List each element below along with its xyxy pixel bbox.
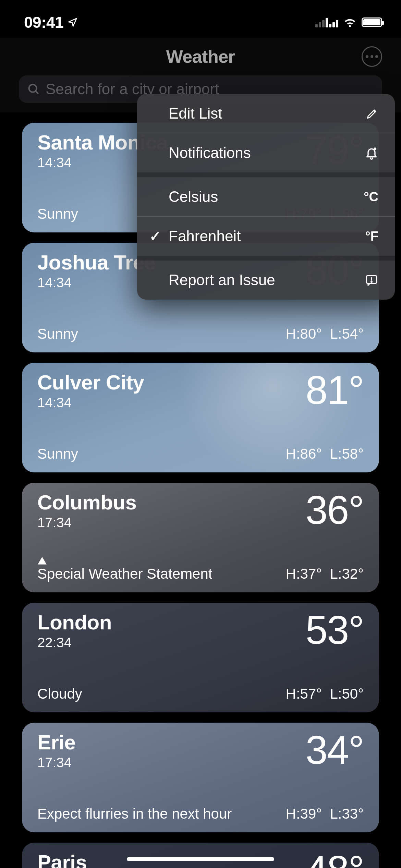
city-name: Paris: [37, 852, 87, 868]
city-name: London: [37, 612, 112, 633]
city-temp: 36°: [306, 492, 364, 528]
search-icon: [27, 83, 40, 96]
card-bottom-row: Cloudy H:57° L:50°: [37, 686, 364, 702]
city-card[interactable]: Paris 23:34 48° Cloudy H:52° L:44°: [22, 843, 379, 868]
svg-point-2: [374, 147, 376, 150]
card-top-row: Erie 17:34 34°: [37, 732, 364, 770]
celsius-symbol: °C: [364, 190, 378, 204]
city-condition: Expect flurries in the next hour: [37, 806, 232, 822]
city-card[interactable]: London 22:34 53° Cloudy H:57° L:50°: [22, 603, 379, 712]
city-condition: Special Weather Statement: [37, 566, 212, 582]
city-high: H:57°: [286, 686, 322, 702]
city-high: H:37°: [286, 566, 322, 582]
city-condition: Sunny: [37, 326, 78, 342]
nav-row: Weather: [0, 38, 401, 75]
ellipsis-icon: [366, 55, 378, 58]
status-left: 09:41: [24, 13, 78, 32]
city-hilo: H:39° L:33°: [286, 806, 364, 822]
city-hilo: H:37° L:32°: [286, 566, 364, 582]
city-low: L:58°: [330, 446, 364, 462]
menu-label: Fahrenheit: [169, 228, 241, 245]
checkmark-icon: ✓: [149, 228, 161, 244]
city-time: 17:34: [37, 515, 136, 530]
city-name: Culver City: [37, 372, 144, 393]
menu-label: Celsius: [169, 188, 218, 205]
pencil-icon: [366, 107, 378, 120]
svg-point-5: [371, 281, 372, 282]
city-time: 17:34: [37, 755, 75, 770]
city-temp: 81°: [306, 372, 364, 408]
city-info: Columbus 17:34: [37, 492, 136, 530]
menu-label: Notifications: [169, 144, 251, 161]
menu-label: Report an Issue: [169, 272, 275, 289]
svg-line-1: [36, 91, 38, 94]
city-temp: 53°: [306, 612, 364, 648]
alert-row: [37, 556, 212, 566]
city-info: London 22:34: [37, 612, 112, 650]
home-indicator[interactable]: [127, 857, 274, 861]
city-info: Erie 17:34: [37, 732, 75, 770]
warning-icon: [37, 556, 47, 566]
menu-item-fahrenheit[interactable]: ✓ Fahrenheit °F: [137, 217, 395, 256]
menu-item-report-issue[interactable]: Report an Issue: [137, 261, 395, 300]
location-icon: [68, 17, 78, 27]
city-time: 22:34: [37, 635, 112, 650]
status-right: [315, 17, 382, 27]
city-high: H:86°: [286, 446, 322, 462]
card-bottom-row: Sunny H:80° L:54°: [37, 326, 364, 342]
city-hilo: H:80° L:54°: [286, 326, 364, 342]
city-card[interactable]: Columbus 17:34 36° Special Weather State…: [22, 483, 379, 592]
city-temp: 34°: [306, 732, 364, 768]
context-menu: Edit List Notifications Celsius °C ✓ Fah…: [137, 94, 395, 300]
status-clock: 09:41: [24, 13, 63, 32]
city-high: H:80°: [286, 326, 322, 342]
menu-label: Edit List: [169, 105, 222, 122]
page-title: Weather: [166, 46, 235, 67]
more-button[interactable]: [362, 46, 382, 67]
card-top-row: London 22:34 53°: [37, 612, 364, 650]
bell-icon: [365, 146, 378, 160]
city-card[interactable]: Erie 17:34 34° Expect flurries in the ne…: [22, 723, 379, 832]
city-low: L:32°: [330, 566, 364, 582]
battery-icon: [362, 17, 382, 27]
menu-item-edit-list[interactable]: Edit List: [137, 94, 395, 133]
menu-item-celsius[interactable]: Celsius °C: [137, 177, 395, 216]
city-low: L:50°: [330, 686, 364, 702]
city-low: L:54°: [330, 326, 364, 342]
status-bar: 09:41: [0, 0, 401, 38]
card-bottom-row: Expect flurries in the next hour H:39° L…: [37, 806, 364, 822]
condition-column: Special Weather Statement: [37, 556, 212, 582]
city-high: H:39°: [286, 806, 322, 822]
city-name: Columbus: [37, 492, 136, 513]
city-condition: Sunny: [37, 206, 78, 222]
card-bottom-row: Special Weather Statement H:37° L:32°: [37, 556, 364, 582]
card-top-row: Columbus 17:34 36°: [37, 492, 364, 530]
city-hilo: H:86° L:58°: [286, 446, 364, 462]
card-bottom-row: Sunny H:86° L:58°: [37, 446, 364, 462]
cellular-icon: [315, 17, 338, 27]
city-low: L:33°: [330, 806, 364, 822]
city-card[interactable]: Culver City 14:34 81° Sunny H:86° L:58°: [22, 363, 379, 472]
city-time: 14:34: [37, 395, 144, 410]
city-hilo: H:57° L:50°: [286, 686, 364, 702]
city-condition: Sunny: [37, 446, 78, 462]
city-info: Paris 23:34: [37, 852, 87, 868]
report-icon: [365, 273, 378, 287]
city-temp: 48°: [306, 852, 364, 868]
city-name: Erie: [37, 732, 75, 753]
city-info: Culver City 14:34: [37, 372, 144, 410]
menu-item-notifications[interactable]: Notifications: [137, 133, 395, 172]
fahrenheit-symbol: °F: [365, 229, 378, 244]
card-top-row: Culver City 14:34 81°: [37, 372, 364, 410]
wifi-icon: [343, 17, 357, 27]
city-condition: Cloudy: [37, 686, 82, 702]
